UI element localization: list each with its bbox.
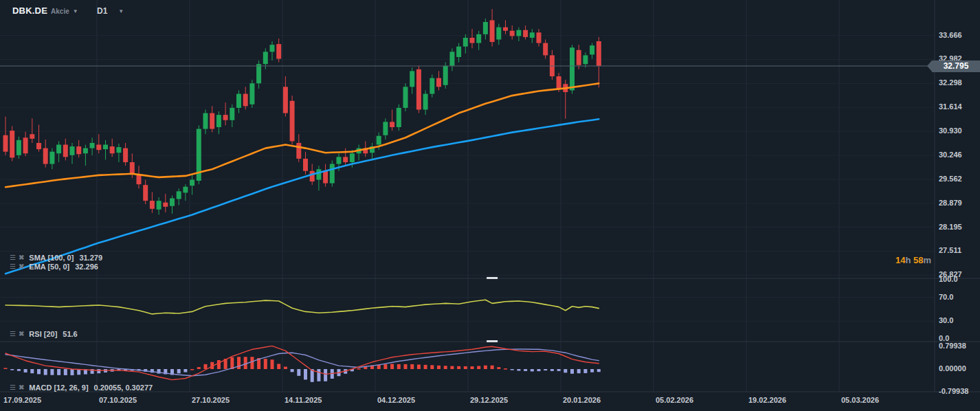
candle-bearish[interactable]: [503, 27, 508, 31]
candle-bearish[interactable]: [137, 175, 142, 184]
indicator-settings-icon[interactable]: ☰: [10, 254, 16, 261]
candle-bearish[interactable]: [390, 122, 394, 127]
candle-bullish[interactable]: [103, 144, 108, 149]
candle-bullish[interactable]: [496, 27, 501, 40]
candle-bullish[interactable]: [256, 64, 261, 83]
candle-bearish[interactable]: [143, 185, 148, 201]
legend-sma-value: 31.279: [79, 254, 102, 262]
candle-bearish[interactable]: [63, 144, 68, 157]
candle-bullish[interactable]: [157, 201, 162, 210]
candle-bullish[interactable]: [570, 47, 575, 90]
candle-bullish[interactable]: [476, 34, 481, 43]
candle-bearish[interactable]: [96, 144, 101, 150]
indicator-settings-icon[interactable]: ☰: [10, 263, 16, 270]
candle-bullish[interactable]: [177, 191, 181, 199]
candle-bearish[interactable]: [323, 171, 328, 184]
candle-bearish[interactable]: [163, 203, 168, 207]
candle-bullish[interactable]: [463, 38, 468, 47]
candle-bearish[interactable]: [557, 76, 561, 89]
candle-bearish[interactable]: [296, 143, 301, 159]
macd-histogram-bar: [250, 357, 254, 369]
candle-bearish[interactable]: [416, 69, 421, 110]
candle-bullish[interactable]: [183, 187, 188, 193]
candle-bullish[interactable]: [583, 55, 588, 64]
candle-bullish[interactable]: [16, 140, 21, 155]
candle-bearish[interactable]: [243, 94, 248, 107]
indicator-remove-icon[interactable]: ✖: [19, 263, 24, 270]
candle-bullish[interactable]: [350, 153, 355, 162]
candle-bearish[interactable]: [43, 148, 48, 164]
candle-bearish[interactable]: [110, 146, 115, 153]
candle-bearish[interactable]: [290, 101, 295, 142]
candle-bearish[interactable]: [310, 171, 315, 181]
candle-bearish[interactable]: [510, 31, 515, 36]
candle-bullish[interactable]: [590, 45, 594, 54]
macd-histogram-bar: [237, 357, 241, 369]
candle-bullish[interactable]: [383, 122, 388, 135]
candle-bullish[interactable]: [190, 179, 194, 186]
timeframe-selector[interactable]: D1 ▼: [97, 6, 124, 16]
indicator-settings-icon[interactable]: ☰: [10, 384, 16, 391]
candle-bearish[interactable]: [537, 32, 542, 43]
candle-bullish[interactable]: [83, 148, 88, 154]
candle-bullish[interactable]: [56, 144, 61, 153]
candle-bullish[interactable]: [456, 47, 461, 57]
candle-bullish[interactable]: [236, 94, 241, 108]
candle-bearish[interactable]: [543, 43, 548, 56]
candle-bearish[interactable]: [36, 143, 41, 149]
candle-bearish[interactable]: [76, 146, 81, 154]
candle-bearish[interactable]: [303, 159, 308, 171]
indicator-remove-icon[interactable]: ✖: [19, 331, 24, 337]
candle-bullish[interactable]: [316, 169, 321, 179]
candle-bullish[interactable]: [90, 143, 95, 148]
macd-histogram-bar: [44, 369, 47, 375]
candle-bearish[interactable]: [10, 131, 14, 157]
candle-bearish[interactable]: [30, 134, 34, 139]
candle-bearish[interactable]: [210, 113, 214, 129]
candle-bullish[interactable]: [423, 94, 428, 110]
candle-bearish[interactable]: [523, 30, 528, 37]
candle-bullish[interactable]: [230, 108, 234, 120]
candle-bullish[interactable]: [443, 66, 448, 85]
candle-bearish[interactable]: [3, 135, 8, 152]
candle-bearish[interactable]: [436, 78, 441, 87]
candle-bullish[interactable]: [203, 113, 208, 129]
symbol-selector[interactable]: DBK.DE Akcie ▼: [12, 5, 78, 16]
candle-bullish[interactable]: [449, 52, 454, 65]
candle-bearish[interactable]: [130, 162, 135, 174]
candle-bullish[interactable]: [377, 136, 381, 145]
indicator-remove-icon[interactable]: ✖: [19, 254, 24, 261]
candle-bullish[interactable]: [49, 152, 54, 164]
candle-bearish[interactable]: [223, 115, 228, 120]
candle-bearish[interactable]: [123, 148, 128, 162]
candle-bullish[interactable]: [270, 45, 275, 52]
candle-bearish[interactable]: [150, 201, 155, 209]
candle-bearish[interactable]: [343, 157, 348, 162]
chart-canvas[interactable]: [0, 0, 980, 411]
indicator-settings-icon[interactable]: ☰: [10, 331, 16, 337]
candle-bullish[interactable]: [116, 147, 121, 153]
candle-bearish[interactable]: [470, 38, 475, 43]
candle-bullish[interactable]: [397, 108, 401, 127]
candle-bullish[interactable]: [337, 157, 342, 164]
candle-bearish[interactable]: [276, 44, 281, 58]
candle-bullish[interactable]: [216, 115, 221, 127]
candle-bullish[interactable]: [249, 83, 254, 104]
candle-bullish[interactable]: [430, 78, 434, 94]
candle-bearish[interactable]: [597, 41, 601, 66]
candle-bullish[interactable]: [403, 87, 408, 108]
candle-bearish[interactable]: [490, 20, 495, 42]
indicator-remove-icon[interactable]: ✖: [19, 384, 24, 391]
candle-bearish[interactable]: [23, 137, 28, 153]
candle-bullish[interactable]: [70, 146, 75, 155]
candle-bearish[interactable]: [283, 87, 288, 113]
macd-histogram-bar: [197, 367, 201, 369]
candle-bullish[interactable]: [530, 32, 535, 38]
candle-bullish[interactable]: [516, 30, 521, 36]
candle-bullish[interactable]: [483, 22, 488, 34]
candle-bearish[interactable]: [577, 50, 581, 65]
candle-bullish[interactable]: [410, 71, 414, 87]
candle-bullish[interactable]: [263, 52, 268, 64]
candle-bullish[interactable]: [170, 199, 175, 206]
candle-bullish[interactable]: [330, 164, 335, 184]
